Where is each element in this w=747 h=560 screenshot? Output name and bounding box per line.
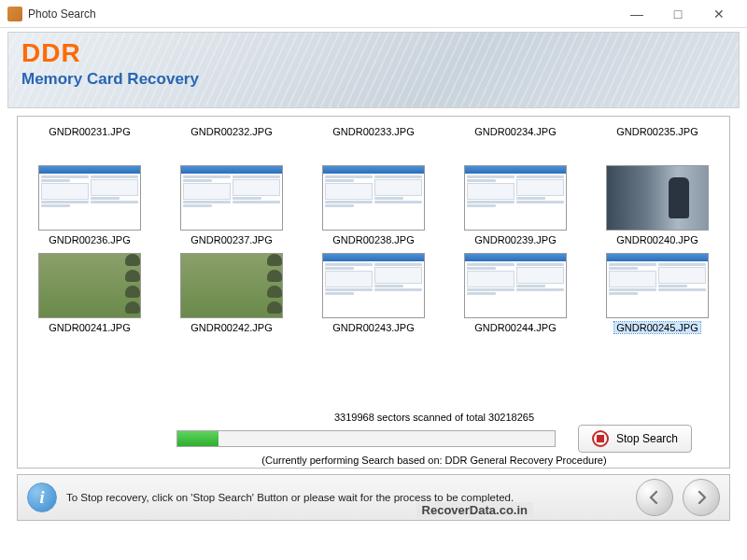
thumbnail-item[interactable]: GNDR00234.JPG [447,122,584,160]
file-name: GNDR00231.JPG [49,126,130,137]
window-title: Photo Search [28,7,616,21]
thumbnail-item[interactable]: GNDR00239.JPG [447,163,584,247]
chevron-right-icon [694,490,709,505]
file-name: GNDR00234.JPG [474,126,556,137]
forward-button[interactable] [683,479,720,516]
titlebar: Photo Search ― □ ✕ [0,0,747,28]
content-frame: GNDR00231.JPGGNDR00232.JPGGNDR00233.JPGG… [17,116,730,469]
watermark: RecoverData.co.in [416,502,533,518]
thumbnail-item[interactable]: GNDR00241.JPG [21,251,158,335]
thumbnail-item[interactable]: GNDR00243.JPG [305,251,442,335]
thumbnail-item[interactable]: GNDR00231.JPG [21,122,158,160]
thumbnail-item[interactable]: GNDR00244.JPG [447,251,584,335]
product-name: Memory Card Recovery [21,70,726,89]
file-name: GNDR00240.JPG [616,234,698,245]
file-name: GNDR00244.JPG [474,322,556,333]
brand-logo: DDR [21,38,726,68]
progress-status-text: 3319968 sectors scanned of total 3021826… [176,412,692,423]
thumbnail-item[interactable]: GNDR00232.JPG [163,122,300,160]
back-button[interactable] [636,479,673,516]
file-name: GNDR00236.JPG [49,234,130,245]
file-name: GNDR00238.JPG [332,234,414,245]
thumbnail-area[interactable]: GNDR00231.JPGGNDR00232.JPGGNDR00233.JPGG… [18,117,729,410]
app-icon [7,7,22,21]
progress-bar [176,430,556,447]
file-name: GNDR00233.JPG [332,126,414,137]
maximize-button[interactable]: □ [657,1,698,27]
stop-icon [592,430,609,447]
file-name: GNDR00232.JPG [190,126,272,137]
progress-method-text: (Currently performing Search based on: D… [176,455,692,466]
thumbnail-item[interactable]: GNDR00240.JPG [589,163,726,247]
footer-bar: i To Stop recovery, click on 'Stop Searc… [17,474,730,521]
progress-section: 3319968 sectors scanned of total 3021826… [18,410,729,468]
file-name: GNDR00243.JPG [332,322,414,333]
stop-search-label: Stop Search [616,432,678,445]
thumbnail-item[interactable]: GNDR00237.JPG [163,163,300,247]
footer-hint: To Stop recovery, click on 'Stop Search'… [66,492,627,503]
thumbnail-item[interactable]: GNDR00233.JPG [305,122,442,160]
file-name: GNDR00239.JPG [474,234,556,245]
file-name: GNDR00242.JPG [190,322,272,333]
thumbnail-item[interactable]: GNDR00245.JPG [589,251,726,335]
stop-search-button[interactable]: Stop Search [578,425,692,453]
thumbnail-item[interactable]: GNDR00236.JPG [21,163,158,247]
thumbnail-item[interactable]: GNDR00242.JPG [163,251,300,335]
thumbnail-item[interactable]: GNDR00235.JPG [589,122,726,160]
file-name: GNDR00237.JPG [190,234,272,245]
minimize-button[interactable]: ― [616,1,657,27]
close-button[interactable]: ✕ [698,1,740,27]
info-icon: i [27,483,57,512]
header-banner: DDR Memory Card Recovery [7,32,740,108]
chevron-left-icon [647,490,662,505]
thumbnail-item[interactable]: GNDR00238.JPG [305,163,442,247]
file-name: GNDR00245.JPG [614,322,699,333]
file-name: GNDR00241.JPG [49,322,130,333]
file-name: GNDR00235.JPG [616,126,698,137]
